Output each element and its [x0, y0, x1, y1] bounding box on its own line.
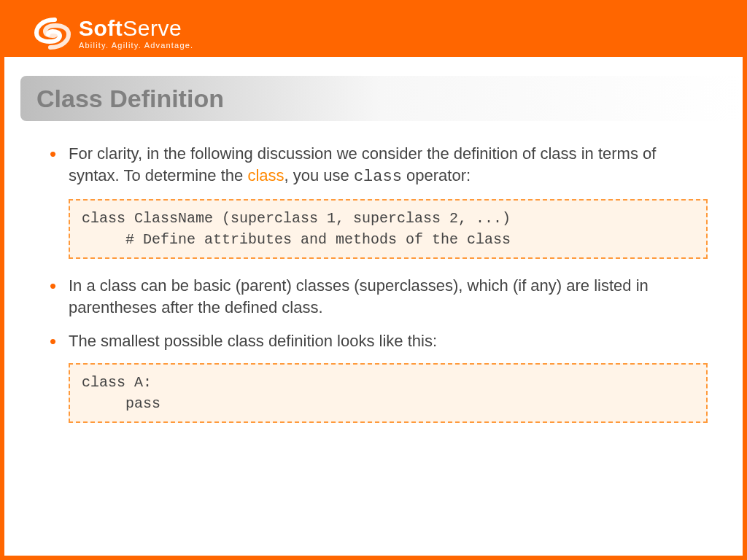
brand-tagline: Ability. Agility. Advantage. — [79, 41, 193, 50]
title-bar: Class Definition — [20, 76, 743, 121]
bullet-2: In a class can be basic (parent) classes… — [48, 275, 708, 318]
code-block-2: class A: pass — [69, 363, 708, 423]
logo-text: SoftServe Ability. Agility. Advantage. — [79, 18, 193, 50]
brand-name-light: Serve — [123, 16, 182, 40]
brand-name: SoftServe — [79, 18, 193, 39]
bullet-1: For clarity, in the following discussion… — [48, 143, 708, 187]
bullet-1-orange: class — [247, 166, 284, 184]
brand-name-bold: Soft — [79, 16, 123, 40]
slide: SoftServe Ability. Agility. Advantage. C… — [0, 0, 747, 560]
bullet-1-post: operator: — [402, 166, 471, 184]
code-block-1: class ClassName (superclass 1, superclas… — [69, 199, 708, 259]
slide-title: Class Definition — [36, 85, 224, 113]
slide-content: For clarity, in the following discussion… — [4, 121, 743, 423]
softserve-logo-icon — [32, 17, 73, 50]
header-bar: SoftServe Ability. Agility. Advantage. — [4, 0, 743, 57]
bullet-1-mid: , you use — [285, 166, 354, 184]
bullet-1-mono: class — [354, 168, 402, 186]
bullet-3: The smallest possible class definition l… — [48, 330, 708, 352]
